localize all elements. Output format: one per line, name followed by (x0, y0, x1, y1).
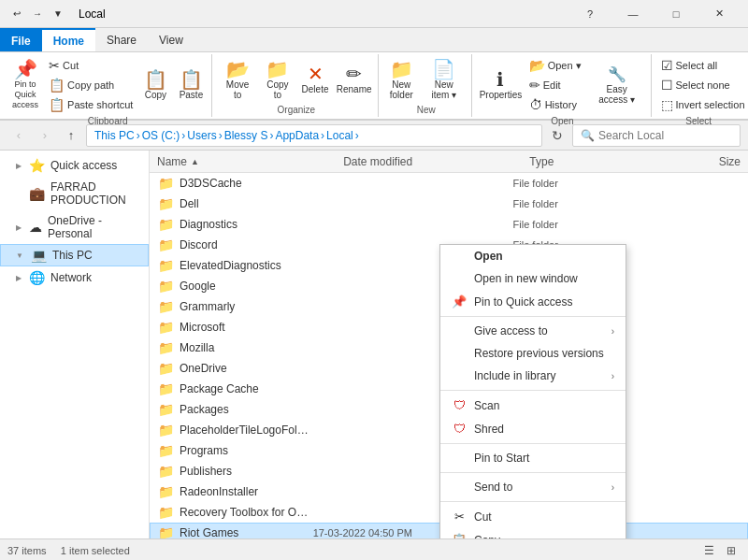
sidebar-item-farrad[interactable]: ▶ 💼 FARRAD PRODUCTION (0, 177, 149, 210)
new-label: New (384, 103, 468, 115)
qa-back[interactable]: ↩ (7, 5, 26, 23)
folder-icon: 📁 (158, 217, 174, 232)
col-date[interactable]: Date modified (343, 155, 529, 168)
path-appdata[interactable]: AppData (275, 129, 319, 142)
address-path[interactable]: This PC › OS (C:) › Users › Blessy S › A… (86, 124, 542, 147)
ctx-copy[interactable]: 📋 Copy (440, 528, 626, 538)
easy-access-icon: 🔧 (608, 65, 626, 83)
context-menu: Open Open in new window 📌 Pin to Quick a… (439, 244, 626, 538)
ctx-pin-label: Pin to Quick access (474, 295, 572, 309)
ribbon: File Home Share View 📌 Pin to Quickacces… (0, 28, 748, 121)
quick-access-bar: ↩ → ▼ (7, 5, 67, 23)
sidebar-item-network[interactable]: ▶ 🌐 Network (0, 266, 149, 289)
give-access-arrow: › (611, 326, 614, 337)
expand-icon4: ▼ (16, 251, 23, 260)
ctx-send-to-label: Send to (474, 481, 512, 494)
paste-shortcut-button[interactable]: 📋 Paste shortcut (45, 95, 137, 114)
ctx-copy-label: Copy (474, 534, 500, 539)
select-none-button[interactable]: ☐ Select none (657, 76, 748, 94)
folder-icon: 📁 (158, 402, 174, 417)
qa-dropdown[interactable]: ▼ (49, 5, 67, 23)
file-name: Grammarly (180, 300, 313, 313)
help-button[interactable]: ? (568, 0, 611, 28)
ctx-pin-start[interactable]: Pin to Start (440, 447, 626, 469)
open-button[interactable]: 📂 Open ▾ (525, 56, 585, 75)
ctx-cut[interactable]: ✂ Cut (440, 505, 626, 528)
sidebar-item-quick-access[interactable]: ▶ ⭐ Quick access (0, 154, 149, 177)
paste-button[interactable]: 📋 Paste (174, 67, 208, 103)
delete-button[interactable]: ✕ Delete (298, 62, 332, 97)
path-user[interactable]: Blessy S (224, 129, 268, 142)
file-item[interactable]: 📁 D3DSCache File folder (150, 173, 748, 194)
search-input[interactable] (598, 129, 739, 142)
close-button[interactable]: ✕ (698, 0, 741, 28)
ctx-scan-label: Scan (474, 399, 499, 412)
ctx-give-access-label: Give access to (474, 324, 548, 337)
path-thispc[interactable]: This PC (94, 129, 135, 142)
search-icon: 🔍 (581, 129, 595, 142)
file-name: Mozilla (180, 341, 313, 354)
properties-button[interactable]: ℹ Properties (478, 67, 523, 103)
col-name[interactable]: Name ▲ (157, 155, 343, 168)
tab-view[interactable]: View (148, 28, 194, 51)
move-to-button[interactable]: 📂 Move to (218, 57, 256, 103)
tab-file[interactable]: File (0, 28, 42, 51)
path-local[interactable]: Local (326, 129, 353, 142)
file-item[interactable]: 📁 Diagnostics File folder (150, 214, 748, 235)
ctx-include-lib[interactable]: Include in library › (440, 365, 626, 387)
pin-to-quick-access-button[interactable]: 📌 Pin to Quickaccess (7, 57, 43, 112)
history-button[interactable]: ⏱ History (525, 95, 585, 114)
up-button[interactable]: ↑ (60, 124, 82, 147)
ctx-shred[interactable]: 🛡 Shred (440, 417, 626, 440)
sidebar-label-network: Network (50, 271, 92, 284)
grid-view-button[interactable]: ⊞ (722, 542, 741, 559)
tab-home[interactable]: Home (42, 28, 95, 51)
invert-selection-button[interactable]: ⬚ Invert selection (657, 95, 748, 114)
ctx-open[interactable]: Open (440, 245, 626, 267)
easy-access-button[interactable]: 🔧 Easy access ▾ (587, 63, 647, 108)
minimize-button[interactable]: — (611, 0, 654, 28)
select-group: ☑ Select all ☐ Select none ⬚ Invert sele… (654, 54, 744, 117)
new-item-button[interactable]: 📄 New item ▾ (420, 57, 468, 103)
refresh-button[interactable]: ↻ (546, 124, 568, 147)
ctx-shred-label: Shred (474, 423, 504, 436)
ctx-pin-quick-access[interactable]: 📌 Pin to Quick access (440, 290, 626, 313)
item-count: 37 items (7, 545, 47, 556)
tab-share[interactable]: Share (95, 28, 148, 51)
organize-buttons: 📂 Move to 📁 Copy to ✕ Delete ✏ Rename (218, 56, 374, 103)
cut-icon: ✂ (49, 58, 60, 73)
col-size[interactable]: Size (654, 155, 741, 168)
list-view-button[interactable]: ☰ (699, 542, 718, 559)
qa-forward[interactable]: → (28, 5, 47, 23)
new-folder-icon: 📁 (390, 60, 413, 79)
copy-to-button[interactable]: 📁 Copy to (259, 57, 296, 103)
ctx-restore-prev[interactable]: Restore previous versions (440, 342, 626, 365)
edit-button[interactable]: ✏ Edit (525, 76, 585, 94)
rename-button[interactable]: ✏ Rename (334, 62, 374, 97)
ctx-open-new-window[interactable]: Open in new window (440, 267, 626, 290)
col-type[interactable]: Type (529, 155, 654, 168)
cut-button[interactable]: ✂ Cut (45, 56, 137, 75)
folder-icon: 📁 (158, 279, 174, 294)
path-users[interactable]: Users (187, 129, 216, 142)
back-button[interactable]: ‹ (7, 124, 30, 147)
select-all-button[interactable]: ☑ Select all (657, 56, 748, 75)
new-folder-button[interactable]: 📁 Newfolder (384, 57, 418, 103)
sidebar-item-onedrive[interactable]: ▶ ☁ OneDrive - Personal (0, 210, 149, 244)
file-content: Name ▲ Date modified Type Size 📁 D3DSCac… (150, 151, 748, 538)
maximize-button[interactable]: □ (654, 0, 698, 28)
forward-button[interactable]: › (34, 124, 56, 147)
divider1 (440, 316, 626, 317)
ctx-scan[interactable]: 🛡 Scan (440, 394, 626, 417)
path-osc[interactable]: OS (C:) (142, 129, 180, 142)
sidebar-item-thispc[interactable]: ▼ 💻 This PC (0, 244, 149, 266)
copy-button[interactable]: 📋 Copy (138, 67, 172, 103)
title-bar: ↩ → ▼ Local ? — □ ✕ (0, 0, 748, 28)
file-name: OneDrive (180, 362, 313, 375)
file-item[interactable]: 📁 Dell File folder (150, 194, 748, 214)
file-name: Riot Games (180, 526, 313, 538)
properties-icon: ℹ (496, 70, 504, 89)
copy-path-button[interactable]: 📋 Copy path (45, 76, 137, 94)
ctx-give-access[interactable]: Give access to › (440, 320, 626, 342)
ctx-send-to[interactable]: Send to › (440, 476, 626, 498)
